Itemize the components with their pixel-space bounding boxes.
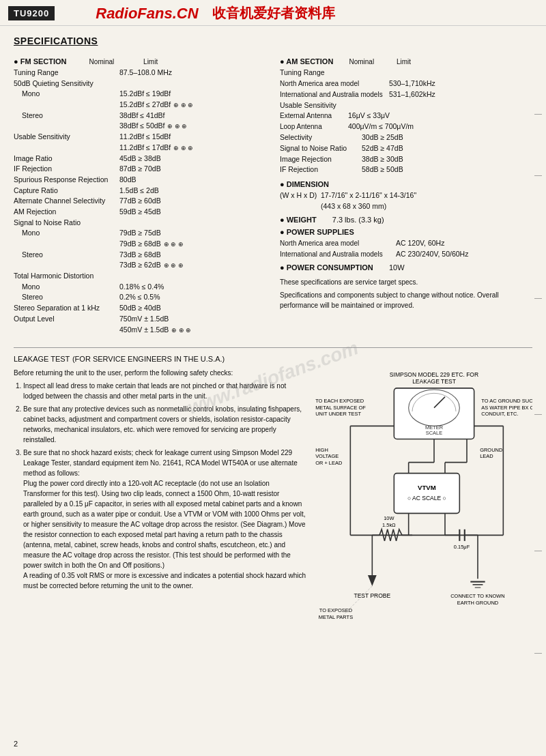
- ext-antenna-row: External Antenna 16μV ≤ 33μV: [280, 111, 532, 121]
- right-column: AM SECTION Nominal Limit Tuning Range No…: [280, 53, 532, 335]
- capture-val: 1.5dB ≤ 2dB: [119, 186, 159, 196]
- stereo-sep-val: 50dB ≥ 40dB: [119, 303, 161, 313]
- stereo-label-row: Stereo 38dBf ≤ 41dBf: [14, 111, 266, 121]
- thd-mono-label: Mono: [14, 282, 119, 292]
- am-rejection-row: AM Rejection 59dB ≥ 45dB: [14, 207, 266, 217]
- dimension-mm-row: (443 x 68 x 360 mm): [280, 201, 532, 212]
- svg-marker-45: [368, 575, 377, 586]
- leakage-step-2: Be sure that any protective devices such…: [23, 404, 307, 445]
- spurious-val: 80dB: [119, 175, 136, 185]
- dimension-val: 17-7/16" x 2-11/16" x 14-3/16": [321, 190, 416, 201]
- thd-stereo-label: Stereo: [14, 292, 119, 302]
- intl-model-row: International and Australia models 531–1…: [280, 89, 532, 100]
- stereo-val2-row: 38dBf ≤ 50dBf ⊕ ⊕ ⊕: [14, 121, 266, 131]
- output-level-row1: Output Level 750mV ± 1.5dB: [14, 314, 266, 324]
- stereo-val1: 38dBf ≤ 41dBf: [119, 111, 164, 121]
- ps-intl-val: AC 230/240V, 50/60Hz: [396, 249, 468, 259]
- ext-antenna-label: External Antenna: [280, 111, 348, 121]
- usable-sens-row2: 11.2dBf ≤ 17dBf ⊕ ⊕ ⊕: [14, 143, 266, 153]
- svg-text:SCALE: SCALE: [426, 430, 442, 436]
- fm-section-header: FM SECTION Nominal Limit: [14, 57, 266, 66]
- snr-stereo-row1: Stereo 73dB ≥ 68dB: [14, 250, 266, 260]
- svg-text:VOLTAGE: VOLTAGE: [315, 453, 339, 459]
- ps-na-val: AC 120V, 60Hz: [396, 238, 444, 248]
- side-mark-4: —: [534, 409, 542, 418]
- am-tuning-range-row: Tuning Range: [280, 68, 532, 78]
- side-mark-6: —: [534, 648, 542, 656]
- alt-ch-label: Alternate Channel Selectivity: [14, 196, 119, 206]
- am-usable-sens-label: Usable Sensitivity: [280, 100, 362, 111]
- dimension-header: DIMENSION: [280, 180, 532, 188]
- na-model-row: North America area model 530–1,710kHz: [280, 78, 532, 89]
- leakage-diagram: SIMPSON MODEL 229 ETC. FOR LEAKAGE TEST …: [314, 368, 532, 645]
- am-rejection-label: AM Rejection: [14, 207, 119, 217]
- dimension-row: (W x H x D) 17-7/16" x 2-11/16" x 14-3/1…: [280, 190, 532, 201]
- am-rejection-val: 59dB ≥ 45dB: [119, 207, 161, 217]
- snr-stereo-label: Stereo: [14, 250, 119, 260]
- output-level-label: Output Level: [14, 314, 119, 324]
- mono-label: Mono: [14, 89, 119, 99]
- usable-sens-row1: Usable Sensitivity 11.2dBf ≤ 15dBf: [14, 132, 266, 142]
- leakage-step-3: Be sure that no shock hazard exists; che…: [23, 448, 307, 591]
- dimension-sub: (W x H x D): [280, 190, 321, 201]
- capture-label: Capture Ratio: [14, 186, 119, 196]
- thd-label: Total Harmonic Distortion: [14, 271, 119, 281]
- leakage-section: LEAKAGE TEST (FOR SERVICE ENGINEERS IN T…: [14, 347, 532, 645]
- spurious-row: Spurious Response Rejection 80dB: [14, 175, 266, 185]
- am-if-rejection-val: 58dB ≥ 50dB: [362, 164, 403, 175]
- leakage-content: Before returning the unit to the user, p…: [14, 368, 532, 645]
- thd-mono-row: Mono 0.18% ≤ 0.4%: [14, 282, 266, 292]
- svg-text:METAL PARTS: METAL PARTS: [319, 614, 353, 620]
- svg-text:1.5kΩ: 1.5kΩ: [382, 522, 396, 528]
- loop-antenna-row: Loop Antenna 400μV/m ≤ 700μV/m: [280, 121, 532, 132]
- weight-header: WEIGHT 7.3 lbs. (3.3 kg): [280, 216, 532, 224]
- image-ratio-label: Image Ratio: [14, 154, 119, 164]
- leakage-title: LEAKAGE TEST (FOR SERVICE ENGINEERS IN T…: [14, 353, 532, 364]
- ext-antenna-val: 16μV ≤ 33μV: [348, 111, 390, 121]
- quieting-label: 50dB Quieting Sensitivity: [14, 78, 119, 89]
- am-usable-sens-row: Usable Sensitivity: [280, 100, 532, 111]
- power-supplies-header: POWER SUPPLIES: [280, 228, 532, 236]
- am-snr-row: Signal to Noise Ratio 52dB ≥ 47dB: [280, 143, 532, 154]
- na-model-val: 530–1,710kHz: [389, 78, 435, 89]
- snr-mono-row1: Mono 79dB ≥ 75dB: [14, 228, 266, 238]
- snr-mono-val2: 79dB ≥ 68dB: [119, 239, 161, 249]
- stereo-sep-row: Stereo Separation at 1 kHz 50dB ≥ 40dB: [14, 303, 266, 313]
- snr-label-row: Signal to Noise Ratio: [14, 218, 266, 228]
- am-image-rej-val: 38dB ≥ 30dB: [362, 154, 403, 164]
- stereo-sep-label: Stereo Separation at 1 kHz: [14, 303, 119, 313]
- usable-sens-val1: 11.2dBf ≤ 15dBf: [119, 132, 171, 142]
- tuning-range-row: Tuning Range 87.5–108.0 MHz: [14, 68, 266, 78]
- site-subtitle: 收音机爱好者资料库: [212, 4, 335, 23]
- svg-text:LEAD: LEAD: [480, 453, 493, 459]
- spec-note1: These specifications are service target …: [280, 277, 532, 287]
- svg-text:GROUND: GROUND: [480, 447, 503, 453]
- snr-mono-val1: 79dB ≥ 75dB: [119, 228, 161, 238]
- main-content: SPECIFICATIONS FM SECTION Nominal Limit …: [0, 26, 546, 653]
- leakage-intro: Before returning the unit to the user, p…: [14, 368, 307, 378]
- mono-label-row: Mono 15.2dBf ≤ 19dBf: [14, 89, 266, 99]
- snr-stereo-val1: 73dB ≥ 68dB: [119, 250, 161, 260]
- thd-stereo-val: 0.2% ≤ 0.5%: [119, 292, 160, 302]
- if-rejection-row: IF Rejection 87dB ≥ 70dB: [14, 164, 266, 174]
- image-ratio-val: 45dB ≥ 38dB: [119, 154, 161, 164]
- alt-ch-val: 77dB ≥ 60dB: [119, 196, 161, 206]
- image-ratio-row: Image Ratio 45dB ≥ 38dB: [14, 154, 266, 164]
- intl-model-label: International and Australia models: [280, 90, 389, 100]
- svg-text:EARTH GROUND: EARTH GROUND: [457, 600, 499, 606]
- spec-notes: These specifications are service target …: [280, 277, 532, 310]
- mono-icons: ⊕ ⊕ ⊕: [173, 101, 193, 110]
- spec-note2: Specifications and components subject to…: [280, 290, 532, 310]
- am-if-rejection-label: IF Rejection: [280, 164, 362, 175]
- am-if-rejection-row: IF Rejection 58dB ≥ 50dB: [280, 164, 532, 175]
- leakage-text: Before returning the unit to the user, p…: [14, 368, 307, 645]
- mono-val2: 15.2dBf ≤ 27dBf: [119, 100, 171, 110]
- side-mark-3: —: [534, 293, 542, 302]
- am-snr-label: Signal to Noise Ratio: [280, 143, 362, 154]
- stereo-icons: ⊕ ⊕ ⊕: [167, 122, 187, 131]
- specs-columns: FM SECTION Nominal Limit Tuning Range 87…: [14, 53, 532, 335]
- am-selectivity-row: Selectivity 30dB ≥ 25dB: [280, 132, 532, 143]
- stereo-val2: 38dBf ≤ 50dBf: [119, 121, 164, 131]
- site-name: RadioFans.CN: [96, 5, 198, 23]
- fm-section: FM SECTION Nominal Limit Tuning Range 87…: [14, 53, 266, 335]
